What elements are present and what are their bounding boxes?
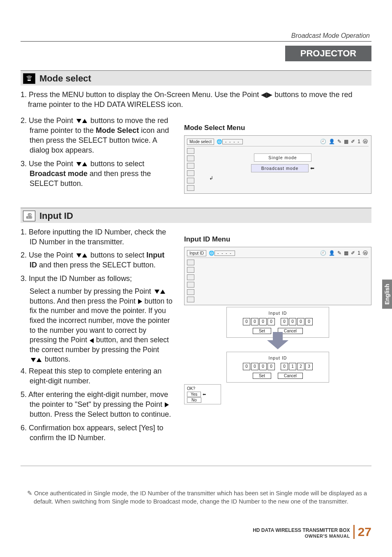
menu-header-label: Mode select	[187, 139, 214, 145]
menu-header-icons: 🕘👤✎▦✐1Ⓦ	[320, 250, 369, 257]
pointer-arrow-icon: ⬅	[310, 165, 314, 171]
menu-single-mode[interactable]: Single mode	[254, 153, 311, 162]
digit-row-entered: 0 0 0 0 0 1 2 3	[230, 363, 325, 370]
section-input-id: ID Input ID	[21, 208, 371, 223]
up-arrow-icon	[160, 290, 165, 294]
set-button[interactable]: Set	[253, 328, 271, 334]
digit-row-initial: 0 0 0 0 0 0 0 0	[230, 318, 325, 325]
id-icon: ID	[23, 211, 35, 221]
menu-header-icons: 🕘👤✎▦✐1Ⓦ	[320, 138, 369, 145]
id-step-6: 6. Confirmation box appears, select [Yes…	[21, 423, 173, 443]
input-id-menu: Input ID 🌐 - - - - 🕘👤✎▦✐1Ⓦ	[184, 247, 371, 305]
language-tab[interactable]: English	[382, 280, 392, 309]
step-3: 3. Use the Point buttons to select Broad…	[21, 159, 173, 189]
input-id-panel-entered: Input ID 0 0 0 0 0 1 2 3 Set Cance	[226, 352, 329, 383]
note-divider	[21, 466, 371, 466]
confirm-title: OK?	[186, 386, 219, 391]
up-arrow-icon	[82, 119, 87, 123]
flow-arrow-icon	[267, 340, 288, 349]
mode-select-menu: Mode select 🌐 - - - - 🕘👤✎▦✐1Ⓦ Single mod…	[184, 135, 371, 194]
id-step-3: 3. Input the ID Number as follows;	[21, 274, 173, 283]
confirm-box: OK? Yes⬅ No	[184, 384, 221, 404]
id-step-2: 2. Use the Point buttons to select Input…	[21, 250, 173, 270]
id-step-1: 1. Before inputting the ID Number, check…	[21, 227, 173, 247]
set-button[interactable]: Set	[253, 373, 271, 379]
menu-side-icons	[187, 148, 194, 191]
menu-globe-icon: 🌐	[217, 139, 222, 144]
page-footer: HD DATA WIRELESS TRANSMITTER BOX OWNER'S…	[21, 525, 371, 539]
id-step-3-detail: Select a number by pressing the Point bu…	[21, 287, 173, 364]
mode-select-title: Mode select	[39, 73, 91, 84]
left-arrow-icon	[90, 338, 94, 343]
pencil-icon: ✎	[27, 490, 32, 497]
id-step-4: 4. Repeat this step to complete entering…	[21, 366, 173, 386]
right-arrow-icon	[165, 402, 169, 407]
panel-title: Input ID	[230, 311, 325, 316]
id-step-5: 5. After entering the eight-digit number…	[21, 390, 173, 420]
divider	[21, 41, 371, 42]
cancel-button[interactable]: Cancel	[278, 373, 303, 379]
right-arrow-icon	[138, 299, 142, 304]
down-arrow-icon	[154, 290, 159, 294]
projector-heading: PROJECTOR	[285, 46, 371, 61]
step-2: 2. Use the Point buttons to move the red…	[21, 116, 173, 155]
menu-return-icon[interactable]: ↲	[209, 175, 213, 181]
confirm-no[interactable]: No	[187, 397, 201, 403]
breadcrumb: Broadcast Mode Operation	[21, 32, 370, 39]
section-mode-select: Mode select	[21, 70, 371, 86]
down-arrow-icon	[31, 358, 36, 362]
input-id-menu-title: Input ID Menu	[184, 235, 371, 244]
footnote: ✎Once authenticated in Single mode, the …	[21, 489, 371, 506]
down-arrow-icon	[76, 162, 81, 166]
pointer-arrow-icon: ⬅	[203, 392, 206, 397]
page-number: 27	[353, 525, 371, 539]
down-arrow-icon	[76, 253, 81, 258]
footer-line2: OWNER'S MANUAL	[253, 534, 350, 539]
mode-select-menu-title: Mode Select Menu	[184, 124, 371, 132]
menu-dashes: - - - -	[222, 139, 243, 144]
down-arrow-icon	[76, 119, 81, 123]
input-id-title: Input ID	[39, 211, 73, 221]
menu-broadcast-mode[interactable]: Broadcast mode	[251, 164, 309, 172]
svg-rect-0	[28, 79, 31, 81]
panel-title: Input ID	[230, 355, 325, 360]
menu-globe-icon: 🌐	[209, 251, 214, 256]
menu-header-label: Input ID	[187, 250, 206, 256]
step-1: 1. Press the MENU button to display the …	[21, 90, 371, 110]
footer-line1: HD DATA WIRELESS TRANSMITTER BOX	[253, 527, 350, 533]
wireless-icon	[23, 73, 35, 84]
menu-dashes: - - - -	[214, 251, 235, 256]
up-arrow-icon	[37, 358, 42, 362]
menu-side-icons	[187, 260, 194, 302]
up-arrow-icon	[82, 253, 87, 258]
up-arrow-icon	[82, 162, 87, 166]
confirm-yes[interactable]: Yes	[187, 392, 201, 397]
